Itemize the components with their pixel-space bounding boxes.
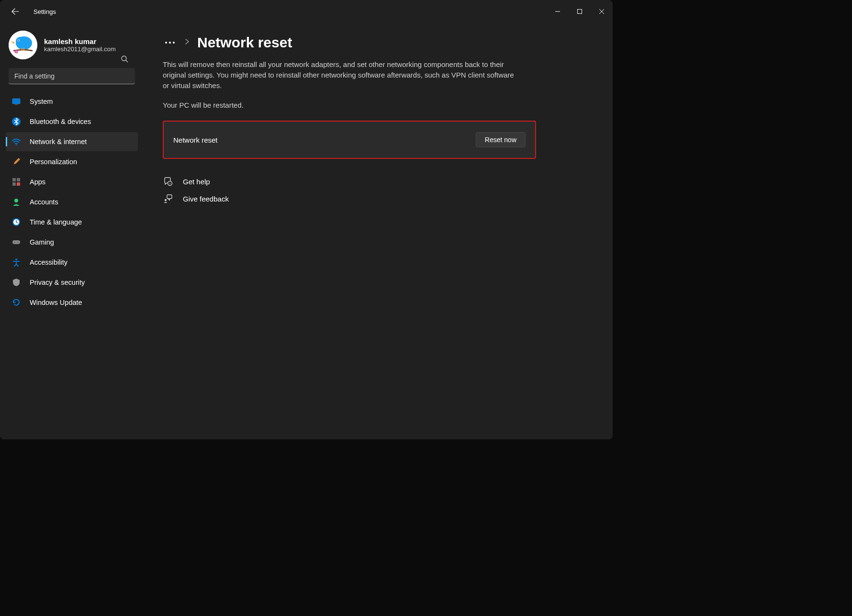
svg-rect-1 [578,10,582,14]
avatar [9,31,37,59]
clock-globe-icon [11,217,21,227]
card-label: Network reset [173,136,218,144]
sidebar-item-label: Time & language [30,218,82,226]
svg-point-29 [18,242,19,243]
gamepad-icon [11,237,21,247]
sidebar: kamlesh kumar kamlesh2011@gmail.com Syst… [0,23,144,439]
svg-point-32 [169,42,171,44]
svg-rect-36 [167,195,172,199]
user-email: kamlesh2011@gmail.com [44,45,116,53]
minimize-button[interactable] [547,4,569,19]
body: kamlesh kumar kamlesh2011@gmail.com Syst… [0,23,613,439]
shield-icon [11,278,21,287]
svg-rect-18 [12,178,16,181]
paintbrush-icon [11,157,21,167]
window-controls [547,4,613,19]
breadcrumb: Network reset [163,34,594,51]
sidebar-item-gaming[interactable]: Gaming [6,233,138,252]
svg-rect-27 [12,240,20,244]
person-icon [11,197,21,207]
sidebar-item-privacy[interactable]: Privacy & security [6,273,138,292]
svg-point-30 [15,258,17,260]
sidebar-item-label: Accessibility [30,258,67,266]
get-help-link[interactable]: ? Get help [163,176,594,187]
wifi-icon [11,137,21,146]
back-button[interactable] [6,2,25,21]
update-icon [11,298,21,307]
svg-point-22 [14,199,18,202]
reset-now-button[interactable]: Reset now [476,132,526,147]
svg-rect-13 [12,99,20,104]
svg-point-37 [165,199,167,201]
close-button[interactable] [591,4,613,19]
minimize-icon [555,9,560,14]
sidebar-item-label: Apps [30,178,45,186]
network-reset-card: Network reset Reset now [163,121,536,159]
svg-rect-19 [17,178,20,181]
settings-window: Settings [0,0,613,439]
sidebar-item-time-language[interactable]: Time & language [6,213,138,232]
svg-rect-21 [17,182,20,186]
give-feedback-link[interactable]: Give feedback [163,193,594,204]
sidebar-item-bluetooth[interactable]: Bluetooth & devices [6,112,138,131]
help-links: ? Get help Give feedback [163,176,594,204]
sidebar-item-label: Bluetooth & devices [30,118,91,125]
svg-point-10 [16,51,17,53]
sidebar-item-accessibility[interactable]: Accessibility [6,253,138,272]
sidebar-item-label: Network & internet [30,138,87,146]
titlebar: Settings [0,0,613,23]
svg-point-31 [165,42,167,44]
apps-icon [11,177,21,187]
close-icon [599,9,604,14]
search-wrap [3,68,141,92]
maximize-button[interactable] [569,4,591,19]
titlebar-left: Settings [6,2,56,21]
window-title: Settings [34,8,56,15]
user-name: kamlesh kumar [44,37,116,45]
accessibility-icon [11,258,21,267]
page-title: Network reset [197,34,292,51]
svg-point-28 [14,242,15,243]
restart-notice: Your PC will be restarted. [163,101,594,109]
maximize-icon [577,9,582,14]
help-icon: ? [163,176,173,187]
sidebar-item-label: Gaming [30,238,54,246]
main-content: Network reset This will remove then rein… [144,23,613,439]
svg-rect-15 [15,104,18,105]
sidebar-item-system[interactable]: System [6,92,138,111]
get-help-label: Get help [183,178,210,186]
svg-point-6 [16,37,24,45]
nav: System Bluetooth & devices Network & int… [3,92,141,312]
svg-point-8 [18,40,19,41]
sidebar-item-windows-update[interactable]: Windows Update [6,293,138,312]
sidebar-item-network[interactable]: Network & internet [6,132,138,151]
sidebar-item-personalization[interactable]: Personalization [6,152,138,171]
breadcrumb-more-button[interactable] [163,41,177,44]
sidebar-item-label: Windows Update [30,299,82,306]
user-text: kamlesh kumar kamlesh2011@gmail.com [44,37,116,53]
sidebar-item-accounts[interactable]: Accounts [6,192,138,212]
sidebar-item-label: Privacy & security [30,279,85,286]
feedback-icon [163,193,173,204]
page-description: This will remove then reinstall all your… [163,59,517,90]
svg-point-17 [16,144,17,146]
svg-point-33 [173,42,175,44]
svg-rect-20 [12,182,16,186]
bluetooth-icon [11,117,21,126]
sidebar-item-apps[interactable]: Apps [6,172,138,191]
monitor-icon [11,97,21,106]
ellipsis-icon [165,41,175,44]
give-feedback-label: Give feedback [183,195,229,203]
sidebar-item-label: Personalization [30,158,77,166]
sidebar-item-label: Accounts [30,198,58,206]
back-arrow-icon [11,8,19,15]
search-input[interactable] [9,68,135,84]
chevron-right-icon [185,38,190,47]
user-profile[interactable]: kamlesh kumar kamlesh2011@gmail.com [3,28,141,68]
sidebar-item-label: System [30,98,53,105]
